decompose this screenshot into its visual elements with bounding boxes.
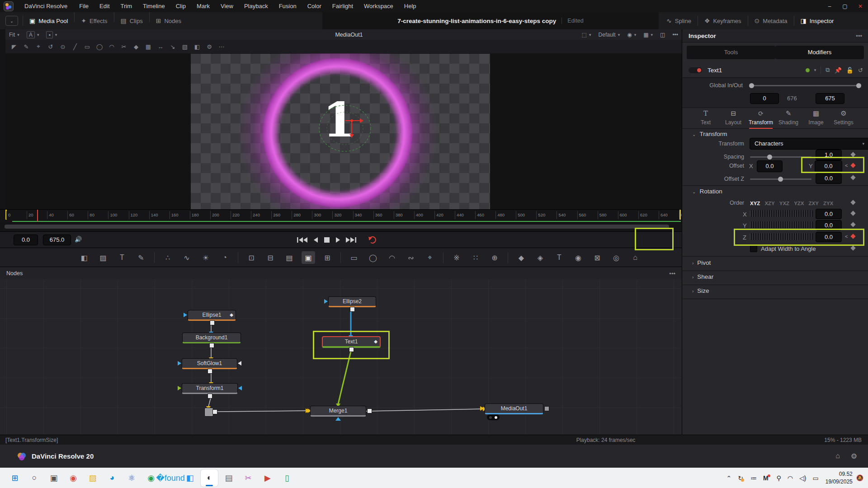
taskbar-app-edge[interactable]: ◕ xyxy=(104,469,121,487)
rotation-order-xzy[interactable]: XZY xyxy=(764,201,774,206)
toolbar-button-media-pool[interactable]: ▣Media Pool xyxy=(23,12,74,29)
home-icon[interactable]: ⌂ xyxy=(835,452,840,460)
fx-tool-icon-g1-4[interactable]: ✎ xyxy=(134,251,148,264)
inspector-options-icon[interactable]: ••• xyxy=(856,33,862,39)
dual-viewer-icon[interactable]: ◫ xyxy=(656,32,669,38)
tab-tools[interactable]: Tools xyxy=(687,46,775,59)
rotation-x-field[interactable]: 0.0 xyxy=(816,209,842,219)
node-input-triangle[interactable] xyxy=(184,313,187,317)
viewer-zoom-select[interactable]: Fit▾ xyxy=(5,32,23,38)
tray-chevron-icon[interactable]: ⌃ xyxy=(726,474,731,482)
global-out-field[interactable]: 675 xyxy=(816,93,844,104)
menu-app-name[interactable]: DaVinci Resolve xyxy=(19,0,73,12)
scrollbar-thumb[interactable] xyxy=(5,225,669,229)
taskbar-app-snip[interactable]: ✂ xyxy=(240,469,257,487)
node-mask-input-triangle[interactable] xyxy=(335,417,341,421)
node-output-connector[interactable] xyxy=(544,406,549,411)
menu-item-mark[interactable]: Mark xyxy=(191,0,215,12)
viewer-tool-icon-18[interactable]: ⋯ xyxy=(217,43,226,50)
fx-tool-icon-g6-1[interactable]: ◆ xyxy=(514,251,528,264)
viewer-options-icon[interactable]: ••• xyxy=(669,32,682,38)
pivot-section-header[interactable]: ›Pivot xyxy=(692,259,711,266)
offset-z-field[interactable]: 0.0 xyxy=(816,173,842,184)
tray-filters-icon[interactable]: ≔ xyxy=(750,474,757,482)
rotation-order-yzx[interactable]: YZX xyxy=(794,201,804,206)
toolbar-button-inspector[interactable]: ◨Inspector xyxy=(794,12,840,29)
taskbar-app-calculator[interactable]: ▤ xyxy=(220,469,237,487)
range-out-field[interactable]: 675.0 xyxy=(43,235,71,245)
toolbar-button-keyframes[interactable]: ❖Keyframes xyxy=(698,12,748,29)
fx-tool-icon-g6-6[interactable]: ◎ xyxy=(609,251,623,264)
versions-icon[interactable]: ⧉ xyxy=(826,66,830,74)
app-icon[interactable] xyxy=(4,1,14,11)
tray-wifi-icon[interactable]: ◠ xyxy=(788,474,793,482)
inspector-tab-text[interactable]: TText xyxy=(692,107,719,128)
fx-tool-icon-g4-3[interactable]: ◠ xyxy=(385,251,399,264)
viewer-assign-dots[interactable] xyxy=(487,414,500,420)
rotation-x-dial[interactable] xyxy=(750,210,813,217)
viewer-tool-icon-5[interactable]: ⊙ xyxy=(59,43,67,50)
viewer-tool-icon-17[interactable]: ⚙ xyxy=(205,43,213,50)
menu-item-clip[interactable]: Clip xyxy=(170,0,191,12)
fx-tool-icon-g2-4[interactable]: ◔ xyxy=(218,251,231,264)
taskbar-app-task-view[interactable]: ▣ xyxy=(45,469,62,487)
node-transform1[interactable]: Transform1 xyxy=(182,383,238,394)
rotation-y-dial[interactable] xyxy=(750,221,813,228)
viewer-tool-icon-11[interactable]: ◆ xyxy=(132,43,140,50)
tray-volume-icon[interactable]: ◁) xyxy=(799,474,806,482)
timeline-scrollbar[interactable] xyxy=(0,222,682,231)
reset-icon[interactable]: ↺ xyxy=(858,67,863,74)
adapt-width-checkbox[interactable] xyxy=(750,245,757,252)
viewer-tool-icon-14[interactable]: ↘ xyxy=(169,43,177,50)
inspector-tab-transform[interactable]: ⟳Transform xyxy=(747,107,774,128)
inspector-tab-shading[interactable]: ✎Shading xyxy=(775,107,802,128)
fx-tool-icon-g6-2[interactable]: ◈ xyxy=(533,251,547,264)
fx-tool-icon-g4-2[interactable]: ◯ xyxy=(366,251,380,264)
tray-m-badge-icon[interactable]: M xyxy=(763,474,770,482)
toolbar-button-metadata[interactable]: ⊙Metadata xyxy=(748,12,794,29)
fx-tool-icon-g2-2[interactable]: ∿ xyxy=(180,251,193,264)
node-output-connector[interactable] xyxy=(208,394,212,399)
node-output-connector[interactable] xyxy=(210,320,215,325)
taskbar-app-explorer[interactable]: ▨ xyxy=(84,469,101,487)
close-icon[interactable]: ✕ xyxy=(853,3,868,9)
slider-handle[interactable] xyxy=(749,83,754,88)
viewer-tool-icon-6[interactable]: ╱ xyxy=(71,43,79,50)
keyframe-diamond-icon[interactable] xyxy=(850,200,855,205)
global-in-out-slider[interactable] xyxy=(750,85,860,86)
fx-tool-icon-g3-1[interactable]: ⊡ xyxy=(245,251,258,264)
viewer-tool-icon-1[interactable]: ◤ xyxy=(10,43,18,50)
menu-item-trim[interactable]: Trim xyxy=(115,0,138,12)
viewer-tool-icon-8[interactable]: ◯ xyxy=(95,43,104,50)
menu-item-playback[interactable]: Playback xyxy=(239,0,274,12)
fx-tool-icon-g1-3[interactable]: T xyxy=(115,251,129,264)
inspector-tab-layout[interactable]: ⊟Layout xyxy=(720,107,747,128)
node-softglow1[interactable]: SoftGlow1 xyxy=(182,358,237,369)
settings-gear-icon[interactable]: ⚙ xyxy=(851,452,857,460)
viewer-tool-icon-2[interactable]: ✎ xyxy=(22,43,30,50)
fx-tool-icon-g6-4[interactable]: ◉ xyxy=(571,251,585,264)
menu-item-color[interactable]: Color xyxy=(302,0,327,12)
offset-x-field[interactable]: 0.0 xyxy=(757,160,783,172)
fx-tool-icon-g4-5[interactable]: ⌖ xyxy=(423,251,437,264)
fx-tool-icon-g3-5[interactable]: ⊞ xyxy=(321,251,334,264)
node-input-triangle[interactable] xyxy=(238,361,241,366)
rotation-order-zxy[interactable]: ZXY xyxy=(809,201,819,206)
fx-tool-icon-g6-5[interactable]: ⊠ xyxy=(590,251,604,264)
node-ellipse2[interactable]: Ellipse2 xyxy=(328,296,376,307)
fx-tool-icon-g2-3[interactable]: ☀ xyxy=(199,251,212,264)
taskbar-app-app-molecule[interactable]: ⚛ xyxy=(123,469,140,487)
size-section-header[interactable]: ›Size xyxy=(692,287,709,294)
keyframe-diamond-icon[interactable] xyxy=(850,245,855,250)
toolbar-button-clips[interactable]: ▤Clips xyxy=(114,12,149,29)
notification-bell-icon[interactable]: 🔕 xyxy=(856,474,863,481)
menu-item-view[interactable]: View xyxy=(215,0,239,12)
offset-z-slider[interactable] xyxy=(750,178,811,180)
global-in-field[interactable]: 0 xyxy=(750,93,779,104)
viewer-quality-select[interactable]: Default▾ xyxy=(595,32,624,38)
node-ellipse1[interactable]: Ellipse1◆ xyxy=(188,310,236,321)
tray-mic-icon[interactable]: ⚲ xyxy=(777,474,781,482)
fx-tool-icon-g3-3[interactable]: ▤ xyxy=(283,251,296,264)
node-output-connector[interactable] xyxy=(208,369,212,374)
rotation-order-xyz[interactable]: XYZ xyxy=(750,201,760,206)
